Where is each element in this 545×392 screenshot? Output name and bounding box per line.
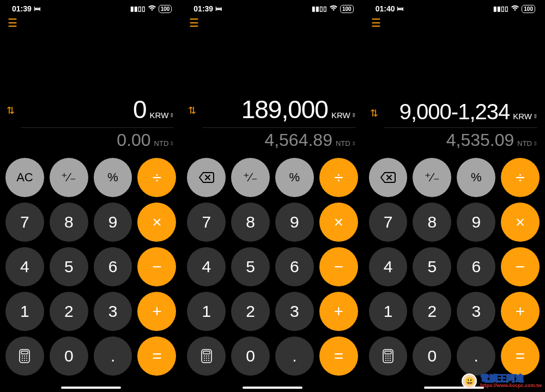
digit-2-button[interactable]: 2 — [231, 292, 270, 331]
decimal-button[interactable]: . — [457, 336, 495, 376]
digit-0-button[interactable]: 0 — [231, 336, 270, 376]
plus-button[interactable]: + — [501, 292, 540, 331]
digit-1-button[interactable]: 1 — [5, 292, 44, 331]
swap-currencies-icon[interactable]: ⇅ — [370, 107, 378, 119]
plus-minus-button[interactable]: ⁺∕₋ — [50, 158, 88, 197]
home-indicator[interactable] — [61, 387, 121, 389]
digit-6-button[interactable]: 6 — [457, 247, 495, 286]
secondary-currency-selector[interactable]: NTD⇳ — [336, 139, 356, 148]
multiply-button[interactable]: × — [319, 203, 358, 242]
history-button[interactable]: ☰ — [364, 15, 545, 30]
home-indicator[interactable] — [243, 387, 302, 389]
svg-point-28 — [387, 358, 389, 359]
digit-1-button[interactable]: 1 — [369, 292, 408, 331]
digit-1-button[interactable]: 1 — [187, 292, 226, 331]
cellular-signal-icon: ▮▮▯▯ — [493, 5, 508, 13]
sleep-mode-icon: 🛏︎ — [215, 5, 222, 13]
chevron-updown-icon: ⇳ — [169, 140, 174, 146]
equals-button[interactable]: = — [501, 336, 540, 376]
display-area: ⇅ 0 KRW⇳ 0.00 NTD⇳ — [0, 30, 181, 155]
plus-button[interactable]: + — [137, 292, 176, 331]
digit-5-button[interactable]: 5 — [231, 247, 270, 286]
secondary-currency-selector[interactable]: NTD⇳ — [154, 139, 174, 148]
svg-point-4 — [26, 356, 27, 357]
digit-4-button[interactable]: 4 — [369, 247, 408, 286]
digit-2-button[interactable]: 2 — [413, 292, 451, 331]
divide-button[interactable]: ÷ — [137, 158, 176, 197]
digit-6-button[interactable]: 6 — [275, 247, 314, 286]
calculator-mode-button[interactable] — [369, 336, 408, 376]
calculator-screen-2: 01:39 🛏︎ ▮▮▯▯ 100 ☰ ⇅ 189,000 KRW⇳ 4,564… — [181, 0, 363, 392]
digit-8-button[interactable]: 8 — [50, 203, 88, 242]
primary-currency-selector[interactable]: KRW⇳ — [513, 112, 537, 121]
plus-button[interactable]: + — [319, 292, 358, 331]
chevron-updown-icon: ⇳ — [533, 140, 537, 146]
digit-5-button[interactable]: 5 — [413, 247, 451, 286]
digit-6-button[interactable]: 6 — [94, 247, 132, 286]
digit-7-button[interactable]: 7 — [187, 203, 226, 242]
digit-9-button[interactable]: 9 — [275, 203, 314, 242]
digit-2-button[interactable]: 2 — [50, 292, 88, 331]
battery-indicator: 100 — [340, 5, 354, 13]
svg-point-24 — [385, 356, 386, 357]
decimal-button[interactable]: . — [275, 336, 314, 376]
digit-9-button[interactable]: 9 — [457, 203, 495, 242]
secondary-currency-selector[interactable]: NTD⇳ — [517, 139, 537, 148]
digit-4-button[interactable]: 4 — [5, 247, 44, 286]
history-button[interactable]: ☰ — [0, 15, 181, 30]
display-divider — [384, 127, 537, 128]
svg-point-29 — [390, 358, 391, 359]
svg-point-17 — [206, 358, 207, 359]
minus-button[interactable]: − — [319, 247, 358, 286]
divide-button[interactable]: ÷ — [501, 158, 540, 197]
digit-7-button[interactable]: 7 — [369, 203, 408, 242]
multiply-button[interactable]: × — [137, 203, 176, 242]
clear-button[interactable]: AC — [5, 158, 44, 197]
digit-7-button[interactable]: 7 — [5, 203, 44, 242]
divide-button[interactable]: ÷ — [319, 158, 358, 197]
digit-3-button[interactable]: 3 — [457, 292, 495, 331]
percent-button[interactable]: % — [275, 158, 314, 197]
display-divider — [21, 127, 174, 128]
digit-9-button[interactable]: 9 — [94, 203, 132, 242]
primary-currency-selector[interactable]: KRW⇳ — [150, 111, 174, 120]
backspace-button[interactable] — [187, 158, 226, 197]
percent-button[interactable]: % — [94, 158, 132, 197]
svg-point-6 — [24, 358, 25, 359]
digit-0-button[interactable]: 0 — [413, 336, 451, 376]
equals-button[interactable]: = — [137, 336, 176, 376]
svg-point-9 — [24, 360, 25, 361]
multiply-button[interactable]: × — [501, 203, 540, 242]
plus-minus-button[interactable]: ⁺∕₋ — [413, 158, 451, 197]
home-indicator[interactable] — [424, 387, 484, 389]
plus-minus-button[interactable]: ⁺∕₋ — [231, 158, 270, 197]
digit-3-button[interactable]: 3 — [275, 292, 314, 331]
primary-currency-selector[interactable]: KRW⇳ — [331, 111, 356, 120]
svg-point-8 — [22, 360, 23, 361]
calculator-mode-button[interactable] — [5, 336, 44, 376]
status-time: 01:40 — [376, 4, 395, 13]
svg-point-14 — [206, 356, 207, 357]
minus-button[interactable]: − — [137, 247, 176, 286]
equals-button[interactable]: = — [319, 336, 358, 376]
sleep-mode-icon: 🛏︎ — [34, 5, 40, 13]
digit-8-button[interactable]: 8 — [231, 203, 270, 242]
digit-0-button[interactable]: 0 — [50, 336, 88, 376]
backspace-button[interactable] — [369, 158, 408, 197]
swap-currencies-icon[interactable]: ⇅ — [188, 105, 196, 117]
digit-3-button[interactable]: 3 — [94, 292, 132, 331]
history-button[interactable]: ☰ — [181, 15, 363, 30]
percent-button[interactable]: % — [457, 158, 495, 197]
svg-point-21 — [208, 360, 209, 361]
digit-5-button[interactable]: 5 — [50, 247, 88, 286]
calculator-mode-button[interactable] — [187, 336, 226, 376]
wifi-icon — [511, 5, 519, 13]
svg-rect-1 — [21, 351, 28, 354]
svg-point-30 — [385, 360, 386, 361]
digit-4-button[interactable]: 4 — [187, 247, 226, 286]
decimal-button[interactable]: . — [94, 336, 132, 376]
svg-point-31 — [387, 360, 389, 361]
swap-currencies-icon[interactable]: ⇅ — [7, 105, 15, 117]
minus-button[interactable]: − — [501, 247, 540, 286]
digit-8-button[interactable]: 8 — [413, 203, 451, 242]
